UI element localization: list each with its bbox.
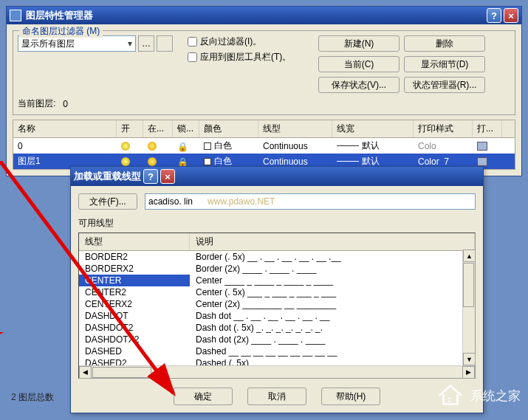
col-name[interactable]: 名称 bbox=[13, 120, 117, 137]
invert-filter-checkbox-row[interactable]: 反向过滤器(I)。 bbox=[188, 35, 311, 48]
linetype[interactable]: Continuous bbox=[258, 138, 332, 154]
current-layer-value: 0 bbox=[63, 99, 68, 109]
layer-manager-window: 图层特性管理器 ? × 命名图层过滤器 (M) 显示所有图层 ▾ … bbox=[6, 6, 522, 176]
linetype-desc: Dash dot (. 5x) _. _. _. _. _. _. _. bbox=[190, 322, 475, 334]
filter-value: 显示所有图层 bbox=[21, 38, 75, 50]
invert-filter-checkbox[interactable] bbox=[188, 37, 197, 47]
lineweight-sample bbox=[337, 161, 359, 162]
annotation-arrow-2 bbox=[0, 161, 192, 404]
invert-filter-label: 反向过滤器(I)。 bbox=[200, 35, 261, 48]
app-icon bbox=[10, 10, 21, 21]
main-titlebar[interactable]: 图层特性管理器 ? × bbox=[7, 7, 521, 24]
color-swatch[interactable] bbox=[204, 158, 211, 165]
vertical-scrollbar[interactable]: ▲ ▼ bbox=[462, 249, 475, 365]
apply-toolbar-label: 应用到图层工具栏(T)。 bbox=[200, 51, 291, 63]
linetype-desc: Dashed (. 5x) bbox=[190, 357, 475, 365]
color-swatch[interactable] bbox=[204, 142, 211, 150]
scroll-down-icon[interactable]: ▼ bbox=[463, 353, 476, 365]
sun-icon[interactable] bbox=[148, 142, 157, 151]
current-layer-label: 当前图层: bbox=[18, 97, 55, 110]
linetype-desc: Dashed __ __ __ __ __ __ __ __ __ bbox=[190, 345, 475, 357]
cancel-button[interactable]: 取消 bbox=[247, 388, 306, 405]
main-title: 图层特性管理器 bbox=[26, 9, 93, 22]
watermark-text: 系统之家 bbox=[470, 388, 521, 404]
filter-dropdown[interactable]: 显示所有图层 ▾ bbox=[18, 35, 136, 52]
bulb-icon[interactable] bbox=[121, 142, 130, 151]
linetype-desc: Dash dot (2x) ____ . ____ . ____ bbox=[190, 334, 475, 345]
show-details-button[interactable]: 显示细节(D) bbox=[404, 56, 485, 72]
layer-name: 0 bbox=[13, 138, 117, 154]
file-input[interactable]: acadiso. lin www.pdawo.NET bbox=[145, 193, 476, 210]
printer-icon[interactable] bbox=[477, 142, 487, 151]
printer-icon[interactable] bbox=[477, 157, 487, 166]
delete-button[interactable]: 删除 bbox=[404, 35, 485, 52]
new-button[interactable]: 新建(N) bbox=[318, 35, 400, 52]
save-state-button[interactable]: 保存状态(V)... bbox=[318, 77, 400, 93]
main-close-button[interactable]: × bbox=[504, 8, 518, 23]
svg-line-1 bbox=[0, 161, 174, 393]
plot-style: Colo bbox=[414, 138, 473, 154]
linetype-desc: Border (2x) ____ . ____ . ____ bbox=[190, 263, 475, 275]
watermark: 系统之家 bbox=[436, 382, 521, 410]
linetype-desc: Border (. 5x) __ . __ . __ . __ . __ .__ bbox=[190, 251, 475, 263]
layer-row[interactable]: 0 🔒 白色 Continuous 默认 Colo bbox=[13, 138, 515, 154]
linetype-desc: Center ____ _ ____ _ ____ _ ____ bbox=[190, 275, 475, 286]
col-lock[interactable]: 锁... bbox=[173, 120, 199, 137]
color-label: 白色 bbox=[214, 140, 232, 152]
help-button[interactable]: 帮助(H) bbox=[321, 388, 380, 405]
filter-group-title: 命名图层过滤器 (M) bbox=[19, 25, 103, 38]
chevron-down-icon: ▾ bbox=[128, 38, 132, 49]
filter-aux-button-1[interactable]: … bbox=[138, 35, 154, 52]
lineweight-sample bbox=[337, 145, 359, 146]
linetype-desc: Center (. 5x) ___ _ ___ _ ___ _ ___ bbox=[190, 286, 475, 298]
col-ltype[interactable]: 线型 bbox=[258, 120, 332, 137]
col-pstyle[interactable]: 打印样式 bbox=[414, 120, 473, 137]
col-freeze[interactable]: 在... bbox=[143, 120, 173, 137]
state-manager-button[interactable]: 状态管理器(R)... bbox=[404, 77, 485, 93]
col-lweight[interactable]: 线宽 bbox=[332, 120, 414, 137]
apply-toolbar-checkbox[interactable] bbox=[188, 52, 197, 62]
scroll-thumb[interactable] bbox=[463, 263, 474, 307]
linetype-desc: Center (2x) ________ __ ________ bbox=[190, 298, 475, 310]
col-plot[interactable]: 打... bbox=[473, 120, 502, 137]
lineweight[interactable]: 默认 bbox=[362, 140, 380, 152]
current-button[interactable]: 当前(C) bbox=[318, 56, 400, 72]
scroll-up-icon[interactable]: ▲ bbox=[463, 249, 476, 262]
linetype-desc: Dash dot __ . __ . __ . __ . __ . __ bbox=[190, 310, 475, 322]
apply-toolbar-checkbox-row[interactable]: 应用到图层工具栏(T)。 bbox=[188, 51, 311, 63]
filter-aux-button-2[interactable] bbox=[157, 35, 173, 52]
list-col-desc[interactable]: 说明 bbox=[190, 233, 475, 250]
lock-icon[interactable]: 🔒 bbox=[177, 142, 186, 151]
scroll-right-icon[interactable]: ▶ bbox=[462, 366, 475, 379]
col-color[interactable]: 颜色 bbox=[199, 120, 258, 137]
col-on[interactable]: 开 bbox=[117, 120, 143, 137]
main-help-button[interactable]: ? bbox=[487, 8, 501, 23]
layer-table-header: 名称 开 在... 锁... 颜色 线型 线宽 打印样式 打... bbox=[13, 120, 515, 138]
file-ghost-text: www.pdawo.NET bbox=[208, 196, 275, 207]
filter-group: 命名图层过滤器 (M) 显示所有图层 ▾ … 反向过滤器( bbox=[13, 30, 515, 115]
watermark-icon bbox=[436, 382, 464, 410]
